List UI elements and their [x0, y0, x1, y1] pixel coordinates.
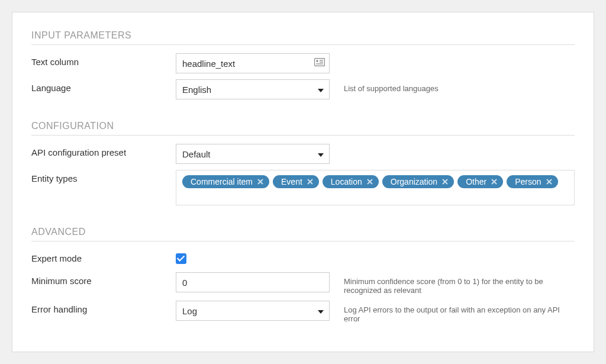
row-api-preset: API configuration preset Default	[31, 144, 575, 164]
label-entity-types: Entity types	[31, 170, 176, 183]
help-language: List of supported languages	[330, 79, 575, 93]
entity-type-tag-label: Location	[331, 178, 362, 186]
language-select[interactable]: English	[176, 79, 330, 99]
row-entity-types: Entity types Commercial itemEventLocatio…	[31, 170, 575, 205]
api-preset-select[interactable]: Default	[176, 144, 330, 164]
entity-type-tag-label: Organization	[391, 178, 437, 186]
label-error-handling: Error handling	[31, 301, 176, 314]
row-error-handling: Error handling Log Log API errors to the…	[31, 301, 575, 323]
tag-remove-icon[interactable]	[257, 179, 263, 185]
entity-type-tag-label: Commercial item	[191, 178, 253, 186]
section-configuration: CONFIGURATION API configuration preset D…	[31, 121, 575, 205]
settings-panel: INPUT PARAMETERS Text column Language	[12, 12, 594, 352]
section-advanced: ADVANCED Expert mode Minimum score Minim…	[31, 227, 575, 323]
entity-type-tag: Person	[507, 175, 557, 188]
entity-type-tag: Organization	[382, 175, 454, 188]
control-error-handling: Log	[176, 301, 330, 321]
error-handling-select[interactable]: Log	[176, 301, 330, 321]
entity-type-tag: Event	[273, 175, 319, 188]
control-language: English	[176, 79, 330, 99]
control-api-preset: Default	[176, 144, 330, 164]
control-entity-types: Commercial itemEventLocationOrganization…	[176, 170, 575, 205]
row-language: Language English List of supported langu…	[31, 79, 575, 99]
tag-remove-icon[interactable]	[307, 179, 313, 185]
tag-remove-icon[interactable]	[491, 179, 497, 185]
row-text-column: Text column	[31, 53, 575, 73]
entity-type-tag: Commercial item	[182, 175, 269, 188]
entity-types-tagbox[interactable]: Commercial itemEventLocationOrganization…	[176, 170, 575, 205]
label-min-score: Minimum score	[31, 272, 176, 286]
label-text-column: Text column	[31, 53, 176, 67]
tag-remove-icon[interactable]	[367, 179, 373, 185]
control-min-score	[176, 272, 330, 292]
row-min-score: Minimum score Minimum confidence score (…	[31, 272, 575, 295]
control-text-column	[176, 53, 330, 73]
section-title-config: CONFIGURATION	[31, 121, 575, 136]
label-api-preset: API configuration preset	[31, 144, 176, 157]
help-min-score: Minimum confidence score (from 0 to 1) f…	[330, 272, 575, 295]
label-expert-mode: Expert mode	[31, 250, 176, 263]
section-title-advanced: ADVANCED	[31, 227, 575, 241]
entity-type-tag-label: Other	[466, 178, 486, 186]
control-expert-mode	[176, 250, 330, 266]
min-score-input[interactable]	[176, 272, 330, 292]
help-error-handling: Log API errors to the output or fail wit…	[330, 301, 575, 323]
entity-type-tag-label: Person	[515, 178, 541, 186]
section-title-input: INPUT PARAMETERS	[31, 30, 575, 45]
entity-type-tag: Location	[323, 175, 379, 188]
entity-type-tag: Other	[457, 175, 503, 188]
label-language: Language	[31, 79, 176, 93]
section-input-parameters: INPUT PARAMETERS Text column Language	[31, 30, 575, 99]
row-expert-mode: Expert mode	[31, 250, 575, 266]
expert-mode-checkbox[interactable]	[176, 253, 186, 264]
tag-remove-icon[interactable]	[546, 179, 552, 185]
text-column-input[interactable]	[176, 53, 330, 73]
tag-remove-icon[interactable]	[442, 179, 448, 185]
entity-type-tag-label: Event	[281, 178, 302, 186]
